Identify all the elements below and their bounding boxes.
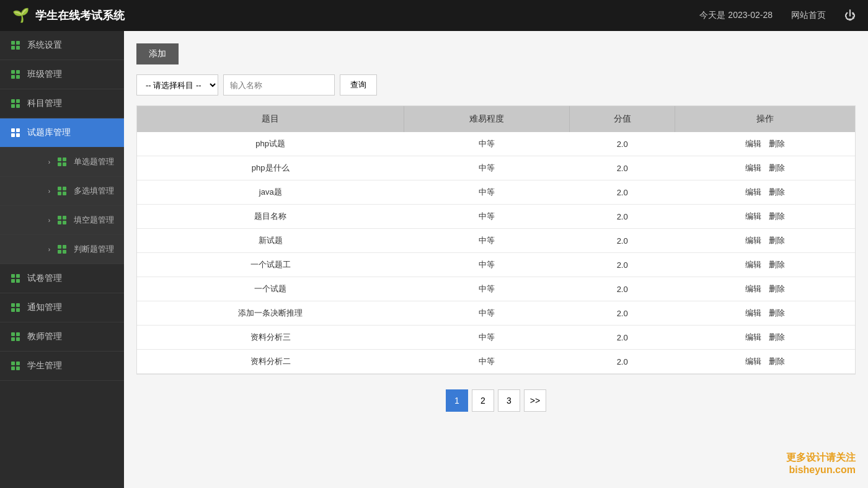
pagination-page-3[interactable]: 3 <box>498 389 520 412</box>
svg-rect-47 <box>16 366 20 370</box>
svg-rect-15 <box>16 133 20 137</box>
subject-icon <box>10 98 21 109</box>
header: 🌱 学生在线考试系统 今天是 2023-02-28 网站首页 ⏻ <box>0 0 868 31</box>
table-row: 资料分析三中等2.0编辑 删除 <box>137 326 855 350</box>
edit-button[interactable]: 编辑 <box>745 260 761 269</box>
subject-select[interactable]: -- 请选择科目 -- <box>136 74 218 95</box>
sidebar-label-fill-blank: 填空题管理 <box>74 215 114 226</box>
pagination-page-2[interactable]: 2 <box>472 389 494 412</box>
sidebar-item-fill-blank[interactable]: › 填空题管理 <box>0 206 124 235</box>
svg-rect-1 <box>16 41 20 45</box>
table-row: php试题中等2.0编辑 删除 <box>137 132 855 156</box>
table-row: 题目名称中等2.0编辑 删除 <box>137 205 855 229</box>
svg-rect-19 <box>63 162 66 166</box>
chevron-right-icon: › <box>48 188 50 195</box>
edit-button[interactable]: 编辑 <box>745 187 761 197</box>
delete-button[interactable]: 删除 <box>769 163 785 172</box>
svg-rect-18 <box>58 162 61 166</box>
svg-rect-25 <box>63 216 66 220</box>
delete-button[interactable]: 删除 <box>769 357 785 366</box>
cell-title: 资料分析三 <box>137 326 404 350</box>
cell-action: 编辑 删除 <box>675 180 855 205</box>
sidebar-label-question-bank: 试题库管理 <box>27 127 71 138</box>
svg-rect-41 <box>16 332 20 336</box>
svg-rect-27 <box>63 221 66 224</box>
cell-action: 编辑 删除 <box>675 277 855 301</box>
sidebar-item-student-management[interactable]: 学生管理 <box>0 352 124 381</box>
sidebar-label-student-management: 学生管理 <box>27 360 62 371</box>
pagination-page-1[interactable]: 1 <box>446 389 468 412</box>
table-header-分值: 分值 <box>570 106 675 132</box>
edit-button[interactable]: 编辑 <box>745 357 761 366</box>
header-left: 🌱 学生在线考试系统 <box>12 7 125 24</box>
delete-button[interactable]: 删除 <box>769 308 785 317</box>
cell-title: 一个试题工 <box>137 253 404 277</box>
delete-button[interactable]: 删除 <box>769 187 785 197</box>
svg-rect-33 <box>16 274 20 278</box>
edit-button[interactable]: 编辑 <box>745 139 761 148</box>
delete-button[interactable]: 删除 <box>769 260 785 269</box>
table-row: php是什么中等2.0编辑 删除 <box>137 156 855 180</box>
multi-icon <box>56 185 68 197</box>
svg-rect-36 <box>11 303 15 307</box>
cell-score: 2.0 <box>570 350 675 374</box>
cell-title: 添加一条决断推理 <box>137 301 404 326</box>
pagination: 123>> <box>136 389 856 412</box>
sidebar-item-exam-management[interactable]: 试卷管理 <box>0 264 124 293</box>
svg-rect-14 <box>11 133 15 137</box>
delete-button[interactable]: 删除 <box>769 211 785 221</box>
search-input[interactable] <box>223 74 335 95</box>
svg-rect-38 <box>11 308 15 312</box>
edit-button[interactable]: 编辑 <box>745 308 761 317</box>
sidebar-item-judge[interactable]: › 判断题管理 <box>0 235 124 264</box>
delete-button[interactable]: 删除 <box>769 139 785 148</box>
add-button[interactable]: 添加 <box>136 43 179 64</box>
delete-button[interactable]: 删除 <box>769 284 785 293</box>
power-icon[interactable]: ⏻ <box>844 9 856 22</box>
edit-button[interactable]: 编辑 <box>745 236 761 245</box>
sidebar-label-class-management: 班级管理 <box>27 69 62 80</box>
sidebar-item-subject-management[interactable]: 科目管理 <box>0 89 124 118</box>
sidebar-label-single-choice: 单选题管理 <box>74 156 114 167</box>
svg-rect-31 <box>63 250 66 254</box>
edit-button[interactable]: 编辑 <box>745 211 761 221</box>
cell-difficulty: 中等 <box>404 326 569 350</box>
watermark-line2: bisheyun.com <box>786 464 856 476</box>
svg-rect-21 <box>63 187 66 190</box>
sidebar-item-class-management[interactable]: 班级管理 <box>0 60 124 89</box>
pagination-next[interactable]: >> <box>524 389 546 412</box>
svg-rect-28 <box>58 245 61 249</box>
footer-watermark: 更多设计请关注 bisheyun.com <box>786 451 856 476</box>
edit-button[interactable]: 编辑 <box>745 332 761 342</box>
notice-icon <box>10 302 21 313</box>
svg-rect-5 <box>16 70 20 74</box>
svg-rect-43 <box>16 337 20 341</box>
svg-rect-2 <box>11 46 15 50</box>
chevron-right-icon: › <box>48 217 50 224</box>
single-icon <box>56 156 68 167</box>
sidebar-item-system-settings[interactable]: 系统设置 <box>0 31 124 60</box>
cell-title: 题目名称 <box>137 205 404 229</box>
header-title: 学生在线考试系统 <box>35 8 125 23</box>
query-button[interactable]: 查询 <box>340 74 377 95</box>
sidebar-item-teacher-management[interactable]: 教师管理 <box>0 322 124 352</box>
cell-difficulty: 中等 <box>404 205 569 229</box>
cell-score: 2.0 <box>570 301 675 326</box>
sidebar-label-system-settings: 系统设置 <box>27 40 62 51</box>
sidebar-item-single-choice[interactable]: › 单选题管理 <box>0 148 124 177</box>
question-icon <box>10 127 21 138</box>
svg-rect-12 <box>11 128 15 132</box>
sidebar-item-multi-choice[interactable]: › 多选填管理 <box>0 177 124 206</box>
svg-rect-11 <box>16 104 20 108</box>
header-home-link[interactable]: 网站首页 <box>791 10 826 21</box>
chevron-right-icon: › <box>48 246 50 253</box>
delete-button[interactable]: 删除 <box>769 332 785 342</box>
svg-rect-8 <box>11 99 15 103</box>
delete-button[interactable]: 删除 <box>769 236 785 245</box>
sidebar-item-notice-management[interactable]: 通知管理 <box>0 293 124 322</box>
sidebar-item-question-bank[interactable]: 试题库管理 <box>0 118 124 148</box>
edit-button[interactable]: 编辑 <box>745 163 761 172</box>
svg-rect-4 <box>11 70 15 74</box>
edit-button[interactable]: 编辑 <box>745 284 761 293</box>
table-row: 资料分析二中等2.0编辑 删除 <box>137 350 855 374</box>
